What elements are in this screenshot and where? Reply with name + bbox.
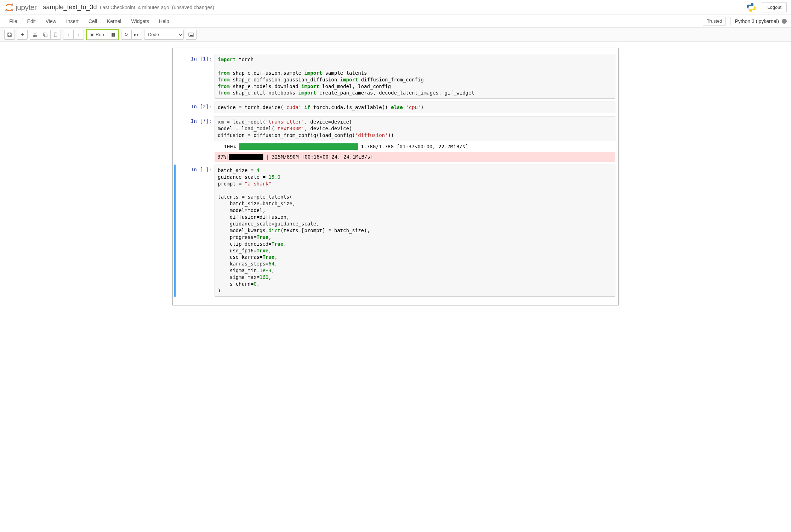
cell-output-stderr: 37%|████████████▉ | 325M/890M [00:16<00:…	[215, 152, 615, 162]
cell-output: 100% 1.78G/1.78G [01:37<00:00, 22.7MiB/s…	[215, 141, 615, 152]
jupyter-logo-text: jupyter	[16, 3, 37, 12]
insert-cell-button[interactable]: +	[17, 30, 28, 40]
progress-stats: | 325M/890M [00:16<00:24, 24.1MiB/s]	[266, 154, 373, 160]
svg-point-0	[12, 4, 13, 5]
code-cell-3[interactable]: In [*]: xm = load_model('transmitter', d…	[176, 116, 615, 162]
code-input[interactable]: xm = load_model('transmitter', device=de…	[215, 116, 615, 141]
menu-edit[interactable]: Edit	[22, 16, 41, 27]
menu-view[interactable]: View	[41, 16, 61, 27]
trusted-badge[interactable]: Trusted	[703, 17, 726, 25]
kernel-busy-indicator	[782, 19, 787, 24]
progress-stats: 1.78G/1.78G [01:37<00:00, 22.7MiB/s]	[361, 144, 468, 149]
copy-icon	[43, 32, 48, 37]
svg-rect-14	[192, 34, 192, 34]
arrow-up-icon: ↑	[67, 32, 70, 37]
progress-bar-ascii: |████████████▉	[226, 154, 266, 160]
cell-prompt: In [1]:	[176, 54, 215, 99]
svg-rect-15	[190, 35, 193, 36]
python-icon	[746, 2, 756, 12]
cut-icon	[33, 32, 38, 37]
menu-kernel[interactable]: Kernel	[102, 16, 126, 27]
notebook-name[interactable]: sample_text_to_3d	[43, 4, 97, 11]
code-input[interactable]: batch_size = 4 guidance_scale = 15.0 pro…	[215, 165, 615, 297]
toolbar: + ↑ ↓ ▶ Run ▮▮ ↻ ▸▸	[0, 28, 791, 42]
progress-bar	[239, 143, 358, 150]
plus-icon: +	[21, 32, 24, 38]
menu-insert[interactable]: Insert	[61, 16, 84, 27]
code-cell-1[interactable]: In [1]: import torch from shap_e.diffusi…	[176, 54, 615, 99]
menu-help[interactable]: Help	[154, 16, 174, 27]
fast-forward-icon: ▸▸	[134, 32, 139, 37]
restart-icon: ↻	[124, 32, 128, 37]
stop-icon: ▮▮	[111, 32, 115, 37]
svg-rect-11	[189, 33, 194, 36]
interrupt-button[interactable]: ▮▮	[108, 30, 118, 40]
menu-cell[interactable]: Cell	[84, 16, 102, 27]
cell-prompt: In [*]:	[176, 116, 215, 162]
svg-rect-12	[189, 34, 190, 34]
code-input[interactable]: import torch from shap_e.diffusion.sampl…	[215, 54, 615, 99]
jupyter-icon	[4, 2, 14, 12]
svg-point-4	[753, 10, 753, 11]
svg-rect-13	[190, 34, 191, 34]
svg-rect-8	[45, 34, 47, 37]
move-down-button[interactable]: ↓	[73, 30, 84, 40]
celltype-select[interactable]: Code	[144, 30, 184, 40]
svg-point-2	[12, 10, 13, 10]
play-icon: ▶	[91, 32, 94, 37]
svg-point-3	[749, 4, 750, 4]
cell-prompt: In [ ]:	[176, 165, 215, 297]
cut-button[interactable]	[30, 30, 40, 40]
restart-run-all-button[interactable]: ▸▸	[131, 30, 142, 40]
paste-button[interactable]	[50, 30, 61, 40]
run-button[interactable]: ▶ Run	[87, 30, 108, 40]
menu-file[interactable]: File	[4, 16, 22, 27]
save-button[interactable]	[4, 30, 15, 40]
code-input[interactable]: device = torch.device('cuda' if torch.cu…	[215, 102, 615, 113]
cell-prompt: In [2]:	[176, 102, 215, 113]
progress-percent: 100%	[217, 144, 236, 149]
paste-icon	[53, 32, 58, 37]
move-up-button[interactable]: ↑	[63, 30, 74, 40]
svg-rect-10	[55, 33, 56, 33]
menubar: File Edit View Insert Cell Kernel Widget…	[0, 15, 791, 28]
divider	[730, 17, 730, 25]
arrow-down-icon: ↓	[78, 32, 80, 37]
svg-rect-9	[54, 33, 57, 37]
keyboard-icon	[188, 33, 194, 37]
save-icon	[7, 32, 12, 37]
jupyter-logo[interactable]: jupyter	[4, 2, 37, 12]
code-cell-4[interactable]: In [ ]: batch_size = 4 guidance_scale = …	[174, 165, 615, 297]
checkpoint-status: Last Checkpoint: 4 minutes ago	[100, 5, 169, 10]
svg-point-1	[5, 10, 7, 11]
menu-widgets[interactable]: Widgets	[126, 16, 154, 27]
logout-button[interactable]: Logout	[762, 2, 787, 12]
code-cell-2[interactable]: In [2]: device = torch.device('cuda' if …	[176, 102, 615, 113]
header: jupyter sample_text_to_3d Last Checkpoin…	[0, 0, 791, 15]
run-group-highlight: ▶ Run ▮▮	[86, 29, 119, 40]
progress-percent: 37%	[217, 154, 226, 160]
unsaved-status: (unsaved changes)	[172, 5, 214, 10]
command-palette-button[interactable]	[186, 30, 197, 40]
notebook-area: In [1]: import torch from shap_e.diffusi…	[172, 48, 619, 305]
restart-button[interactable]: ↻	[121, 30, 132, 40]
run-label: Run	[96, 32, 104, 37]
kernel-name[interactable]: Python 3 (ipykernel)	[735, 18, 779, 24]
copy-button[interactable]	[40, 30, 51, 40]
